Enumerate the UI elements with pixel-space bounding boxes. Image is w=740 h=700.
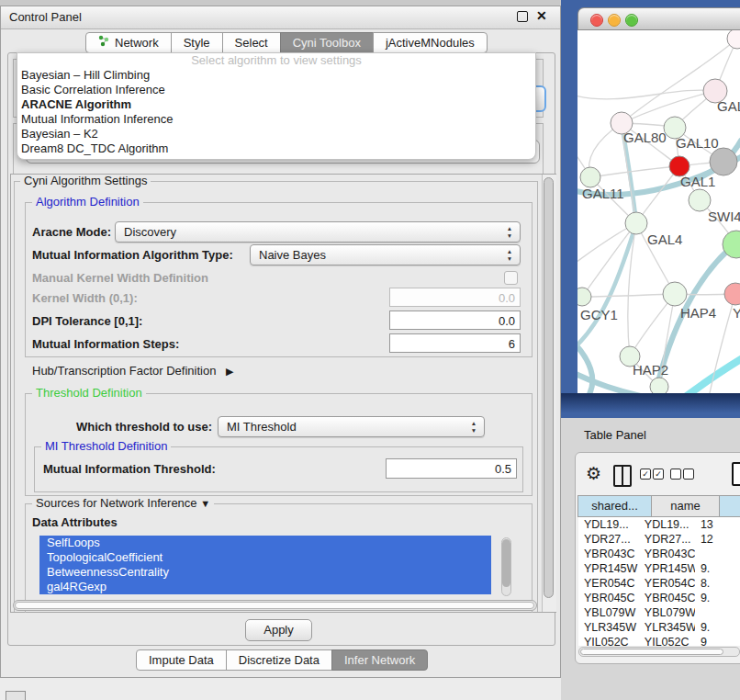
manual-kernel-checkbox[interactable] <box>504 271 518 285</box>
tab-style[interactable]: Style <box>171 32 223 53</box>
node-label-gal: GAL <box>717 98 740 114</box>
aracne-mode-value: Discovery <box>124 225 176 239</box>
algorithm-option-basic-correlation-inference[interactable]: Basic Correlation Inference <box>17 83 535 97</box>
mi-type-select[interactable]: Naive Bayes ▲▼ <box>250 244 521 265</box>
tab-infer-network[interactable]: Infer Network <box>331 649 428 671</box>
attribute-item-gal4rgexp[interactable]: gal4RGexp <box>39 580 491 594</box>
network-graph: GALGAL80GAL10GAL1GAL11SWI4GAL4GCY1HAP4YH… <box>577 30 740 393</box>
network-node-gcy1[interactable] <box>577 288 591 306</box>
window-shadow <box>561 393 740 413</box>
table-cell: 9. <box>695 591 740 605</box>
network-icon <box>98 33 110 52</box>
dpi-tolerance-label: DPI Tolerance [0,1]: <box>32 314 142 328</box>
close-button[interactable] <box>590 14 603 27</box>
sources-title: Sources for Network Inference <box>36 496 197 510</box>
table-horizontal-scrollbar-thumb[interactable] <box>580 649 723 655</box>
algorithm-option-bayesian-hill-climbing[interactable]: Bayesian – Hill Climbing <box>17 68 535 83</box>
cyni-settings-title: Cyni Algorithm Settings <box>20 175 151 187</box>
vertical-scrollbar-thumb[interactable] <box>544 177 554 598</box>
sources-expander[interactable]: Sources for Network Inference ▼ <box>32 497 214 510</box>
stepper-icon: ▲▼ <box>504 225 515 240</box>
attribute-item-betweennesscentrality[interactable]: BetweennessCentrality <box>39 565 491 580</box>
table-cell: YDR27... <box>639 532 695 547</box>
tab-select[interactable]: Select <box>222 32 281 53</box>
chevron-down-icon: ▼ <box>200 498 210 509</box>
tab-jactivemnodules[interactable]: jActiveMNodules <box>373 32 488 53</box>
list-scrollbar-thumb[interactable] <box>502 539 510 587</box>
float-window-icon[interactable] <box>517 11 528 22</box>
attribute-item-topologicalcoefficient[interactable]: TopologicalCoefficient <box>39 550 491 565</box>
manual-kernel-label: Manual Kernel Width Definition <box>32 271 208 285</box>
column-header-shared[interactable]: shared... <box>577 495 652 517</box>
tab-impute-data[interactable]: Impute Data <box>136 649 227 671</box>
table-cell: YBR045C <box>639 591 695 605</box>
which-threshold-value: MI Threshold <box>227 420 297 434</box>
table-row[interactable]: YDR27...YDR27...12 <box>578 532 740 547</box>
horizontal-scrollbar-thumb[interactable] <box>15 602 534 609</box>
which-threshold-select[interactable]: MI Threshold ▲▼ <box>218 416 485 437</box>
table-row[interactable]: YLR345WYLR345W9. <box>578 620 740 635</box>
table-cell: YPR145W <box>639 561 695 576</box>
aracne-mode-select[interactable]: Discovery ▲▼ <box>115 221 521 243</box>
table-row[interactable]: YER054CYER054C8. <box>578 576 740 591</box>
network-node-hap4[interactable] <box>663 282 687 306</box>
algorithm-option-aracne-algorithm[interactable]: ARACNE Algorithm <box>17 97 535 112</box>
deselect-all-icon[interactable] <box>670 469 681 480</box>
network-canvas[interactable]: GALGAL80GAL10GAL1GAL11SWI4GAL4GCY1HAP4YH… <box>577 30 740 393</box>
network-node-pink-right[interactable] <box>724 283 740 305</box>
network-node-gal11[interactable] <box>580 167 600 187</box>
table-cell: YDL19... <box>639 517 695 532</box>
table-cell: YBR043C <box>639 547 695 561</box>
mi-threshold-label: Mutual Information Threshold: <box>43 462 216 476</box>
table-row[interactable]: YBR045CYBR045C9. <box>578 591 740 605</box>
network-edge <box>577 223 636 350</box>
column-header-a[interactable]: A <box>719 495 740 517</box>
hub-definition-expander[interactable]: Hub/Transcription Factor Definition ▶ <box>32 364 233 378</box>
zoom-button[interactable] <box>625 14 638 27</box>
table-cell: YDL19... <box>578 517 639 532</box>
select-all-icon[interactable]: ✓ <box>640 469 651 480</box>
mi-threshold-input[interactable]: 0.5 <box>386 458 517 479</box>
table-cell: YPR145W <box>578 561 639 576</box>
algorithm-option-dream8-dc-tdc-algorithm[interactable]: Dream8 DC_TDC Algorithm <box>17 141 535 156</box>
algorithm-option-mutual-information-inference[interactable]: Mutual Information Inference <box>17 112 535 127</box>
tab-discretize-data[interactable]: Discretize Data <box>226 649 332 671</box>
network-node-gray[interactable] <box>710 148 737 175</box>
close-icon[interactable]: ✕ <box>536 8 547 23</box>
dpi-tolerance-input[interactable]: 0.0 <box>389 310 521 330</box>
deselect-all-icon[interactable] <box>683 469 694 480</box>
collapsed-panel-icon[interactable] <box>6 691 26 700</box>
tab-cyni-toolbox[interactable]: Cyni Toolbox <box>280 32 374 53</box>
minimize-button[interactable] <box>608 14 621 27</box>
network-edge <box>590 166 679 177</box>
table-row[interactable]: YBL079WYBL079W <box>578 605 740 620</box>
network-node-bottom[interactable] <box>650 378 668 393</box>
stepper-icon: ▲▼ <box>468 420 479 435</box>
table-cell: YLR345W <box>639 620 695 635</box>
gear-icon[interactable]: ⚙ <box>586 463 601 484</box>
app-root: Control Panel ✕ NetworkStyleSelectCyni T… <box>0 0 740 700</box>
columns-icon[interactable] <box>613 465 632 487</box>
mi-type-value: Naive Bayes <box>259 248 326 262</box>
table-row[interactable]: YBR043CYBR043C <box>578 547 740 561</box>
algorithm-option-bayesian-k2[interactable]: Bayesian – K2 <box>17 127 535 141</box>
table-cell: 12 <box>695 532 740 547</box>
apply-button[interactable]: Apply <box>245 619 312 641</box>
node-label-hap4: HAP4 <box>680 305 716 321</box>
table-cell: YBR043C <box>578 547 639 561</box>
network-node-gal4[interactable] <box>625 212 647 234</box>
mi-steps-input[interactable]: 6 <box>389 333 521 353</box>
tab-network[interactable]: Network <box>85 32 172 53</box>
table-panel-title: Table Panel <box>584 428 646 442</box>
page-icon[interactable] <box>732 462 740 486</box>
node-label-gcy1: GCY1 <box>580 307 618 322</box>
table-body: YDL19...YDL19...13YDR27...YDR27...12YBR0… <box>578 517 740 646</box>
attribute-item-selfloops[interactable]: SelfLoops <box>39 536 491 550</box>
kernel-width-input[interactable]: 0.0 <box>389 288 521 307</box>
table-row[interactable]: YDL19...YDL19...13 <box>578 517 740 532</box>
network-edge <box>582 223 636 297</box>
select-all-icon[interactable]: ✓ <box>653 469 664 480</box>
table-row[interactable]: YIL052CYIL052C9 <box>578 635 740 646</box>
column-header-name[interactable]: name <box>651 495 720 517</box>
table-row[interactable]: YPR145WYPR145W9. <box>578 561 740 576</box>
